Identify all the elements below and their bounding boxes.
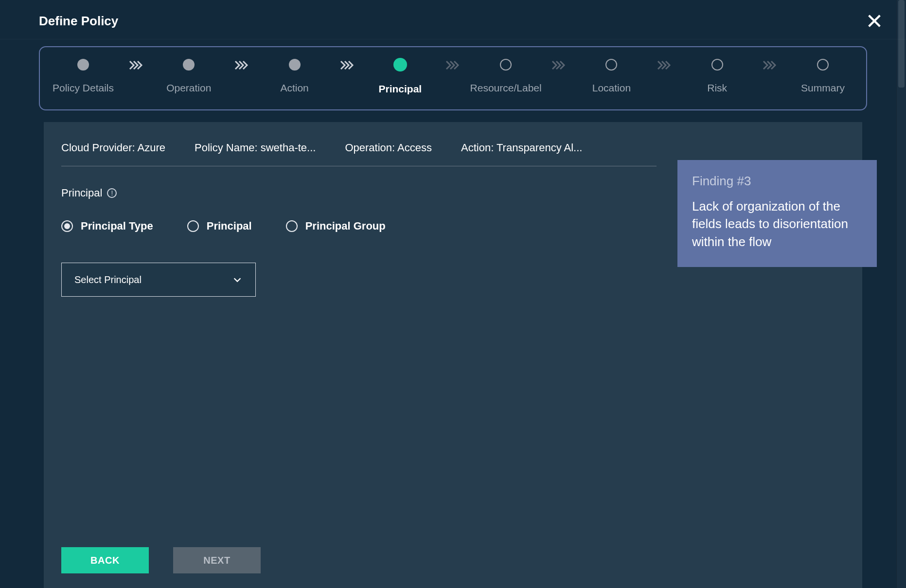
step-summary[interactable]: Summary: [786, 59, 859, 94]
section-heading-text: Principal: [61, 187, 102, 199]
finding-title: Finding #3: [692, 174, 862, 189]
step-resource-label[interactable]: Resource/Label: [469, 59, 542, 94]
policy-summary-row: Cloud Provider: Azure Policy Name: sweth…: [61, 142, 657, 166]
step-label: Principal: [378, 83, 422, 95]
step-label: Operation: [166, 82, 211, 94]
radio-icon: [286, 220, 298, 232]
info-icon[interactable]: !: [107, 188, 117, 198]
chevron-down-icon: [232, 274, 243, 285]
step-principal[interactable]: Principal: [364, 58, 437, 95]
radio-principal-type[interactable]: Principal Type: [61, 220, 153, 232]
step-label: Policy Details: [53, 82, 114, 94]
step-risk[interactable]: Risk: [681, 59, 754, 94]
finding-callout: Finding #3 Lack of organization of the f…: [677, 160, 877, 267]
close-button[interactable]: [866, 13, 883, 29]
step-label: Risk: [707, 82, 727, 94]
chevrons-icon: [340, 59, 355, 71]
chevrons-icon: [234, 59, 249, 71]
step-dot-icon: [183, 59, 195, 71]
chevrons-icon: [657, 59, 672, 71]
step-label: Action: [280, 82, 308, 94]
radio-principal[interactable]: Principal: [187, 220, 252, 232]
chevrons-icon: [551, 59, 566, 71]
step-dot-icon: [605, 59, 617, 71]
step-operation[interactable]: Operation: [152, 59, 225, 94]
step-label: Resource/Label: [470, 82, 542, 94]
step-dot-icon: [393, 58, 407, 71]
step-action[interactable]: Action: [258, 59, 331, 94]
chevrons-icon: [129, 59, 143, 71]
scrollbar-track[interactable]: [896, 0, 906, 588]
summary-policy-name: Policy Name: swetha-te...: [195, 142, 316, 154]
next-button: NEXT: [173, 547, 261, 573]
radio-label: Principal Group: [305, 220, 386, 232]
summary-operation: Operation: Access: [345, 142, 432, 154]
radio-label: Principal Type: [81, 220, 153, 232]
finding-body: Lack of organization of the fields leads…: [692, 197, 862, 250]
step-label: Summary: [801, 82, 845, 94]
modal-title: Define Policy: [39, 14, 118, 29]
radio-icon: [61, 220, 73, 232]
define-policy-modal: Define Policy Policy Details Operation: [0, 0, 906, 588]
step-dot-icon: [77, 59, 89, 71]
summary-cloud-provider: Cloud Provider: Azure: [61, 142, 165, 154]
radio-principal-group[interactable]: Principal Group: [286, 220, 386, 232]
select-placeholder: Select Principal: [74, 274, 142, 285]
policy-content-panel: Cloud Provider: Azure Policy Name: sweth…: [44, 122, 862, 588]
step-label: Location: [592, 82, 631, 94]
step-dot-icon: [711, 59, 723, 71]
chevrons-icon: [763, 59, 777, 71]
step-policy-details[interactable]: Policy Details: [47, 59, 120, 94]
select-principal-dropdown[interactable]: Select Principal: [61, 263, 256, 297]
radio-icon: [187, 220, 199, 232]
radio-label: Principal: [207, 220, 252, 232]
scrollbar-thumb[interactable]: [898, 0, 905, 88]
step-location[interactable]: Location: [575, 59, 648, 94]
step-dot-icon: [817, 59, 829, 71]
step-dot-icon: [500, 59, 512, 71]
modal-header: Define Policy: [0, 0, 906, 39]
step-dot-icon: [289, 59, 301, 71]
summary-action: Action: Transparency Al...: [461, 142, 582, 154]
chevrons-icon: [445, 59, 460, 71]
back-button[interactable]: BACK: [61, 547, 149, 573]
wizard-footer: BACK NEXT: [61, 547, 845, 573]
policy-stepper: Policy Details Operation Action Principa…: [39, 46, 867, 110]
close-icon: [866, 13, 883, 29]
